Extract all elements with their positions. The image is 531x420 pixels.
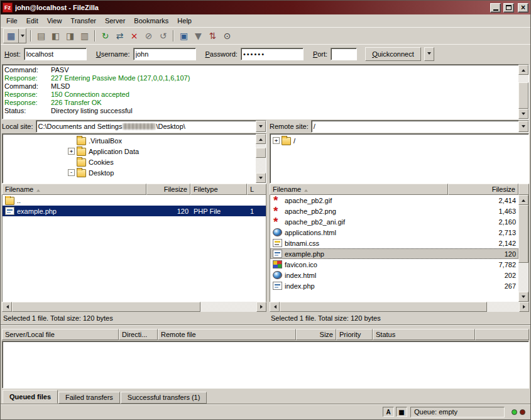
scroll-thumb[interactable] (12, 302, 200, 312)
column-header-filesize[interactable]: Filesize (146, 184, 190, 195)
scroll-right-button[interactable] (256, 302, 266, 312)
remote-list-scrollbar[interactable] (518, 195, 528, 302)
remote-file-row[interactable]: apache_pb2_ani.gif2,160 (270, 216, 518, 227)
scroll-down-button[interactable] (518, 292, 528, 302)
tree-item-virtualbox[interactable]: .VirtualBox (3, 135, 256, 146)
remote-file-row[interactable]: apache_pb2.gif2,414 (270, 195, 518, 206)
local-path-dropdown-button[interactable] (256, 121, 266, 132)
column-header-directi[interactable]: Directi... (119, 329, 158, 340)
scroll-track[interactable] (518, 205, 528, 292)
filter-icon[interactable]: ▼ (191, 29, 205, 43)
directory-comparison-icon[interactable]: ▣ (177, 29, 191, 43)
column-header-server-local-file[interactable]: Server/Local file (2, 329, 119, 340)
menu-item-server[interactable]: Server (101, 15, 129, 26)
collapse-minus-icon[interactable]: - (68, 169, 75, 176)
expand-plus-icon[interactable]: + (68, 148, 75, 155)
menu-item-file[interactable]: File (2, 15, 22, 26)
maximize-restore-button[interactable] (503, 3, 514, 13)
remote-file-row[interactable]: apache_pb2.png1,463 (270, 206, 518, 216)
menu-item-bookmarks[interactable]: Bookmarks (129, 15, 173, 26)
local-horizontal-scrollbar[interactable] (2, 302, 266, 312)
port-input[interactable] (331, 48, 357, 60)
scroll-track[interactable] (280, 302, 519, 312)
quickconnect-button[interactable]: Quickconnect (365, 47, 421, 61)
tab-failed-transfers[interactable]: Failed transfers (58, 392, 120, 404)
scroll-thumb[interactable] (256, 148, 266, 158)
menu-item-help[interactable]: Help (173, 15, 196, 26)
toggle-remote-tree-icon[interactable]: ◨ (63, 29, 77, 43)
scroll-down-button[interactable] (518, 109, 528, 119)
remote-file-row[interactable]: favicon.ico7,782 (270, 259, 518, 270)
remote-site-combobox[interactable]: / (311, 120, 529, 133)
scroll-track[interactable] (12, 302, 256, 312)
column-header-size[interactable]: Size (296, 329, 336, 340)
password-input[interactable] (241, 48, 304, 60)
reconnect-icon[interactable]: ↺ (156, 29, 170, 43)
column-header-filesize[interactable]: Filesize (448, 184, 518, 195)
disconnect-icon[interactable]: ⊘ (141, 29, 156, 43)
remote-path-dropdown-button[interactable] (518, 121, 528, 132)
scroll-thumb[interactable] (518, 82, 528, 109)
host-input[interactable] (24, 48, 87, 60)
remote-file-row[interactable]: applications.html2,713 (270, 227, 518, 238)
find-files-icon[interactable]: ⊙ (220, 29, 234, 43)
tree-item-application-data[interactable]: +Application Data (3, 146, 256, 157)
tree-item-col[interactable]: +/ (270, 135, 528, 146)
remote-file-row[interactable]: example.php120 (270, 248, 518, 259)
scroll-track[interactable] (518, 75, 528, 109)
remote-path[interactable]: / (312, 121, 518, 132)
close-button[interactable]: × (518, 3, 528, 13)
filezilla-logo-icon[interactable]: Fz (3, 3, 13, 13)
local-file-row[interactable]: .. (3, 195, 266, 206)
tab-queued-files[interactable]: Queued files (3, 390, 58, 404)
scroll-down-button[interactable] (256, 173, 266, 183)
site-manager-icon[interactable]: ▦ (4, 29, 18, 43)
scroll-track[interactable] (256, 144, 266, 173)
username-input[interactable] (133, 48, 196, 60)
scroll-up-button[interactable] (256, 134, 266, 144)
scroll-up-button[interactable] (518, 195, 528, 205)
log-vertical-scrollbar[interactable] (518, 65, 528, 119)
menu-item-view[interactable]: View (43, 15, 67, 26)
column-header-col[interactable] (475, 329, 529, 340)
toggle-local-tree-icon[interactable]: ◧ (48, 29, 63, 43)
scroll-up-button[interactable] (518, 65, 528, 75)
column-header-filename[interactable]: Filename (270, 184, 448, 195)
remote-file-row[interactable]: index.html202 (270, 270, 518, 280)
scroll-left-button[interactable] (270, 302, 280, 312)
minimize-button[interactable] (490, 3, 501, 13)
remote-file-row[interactable]: bitnami.css2,142 (270, 238, 518, 248)
column-header-col[interactable] (518, 184, 529, 195)
column-header-filename[interactable]: Filename (2, 184, 146, 195)
process-queue-icon[interactable]: ⇄ (112, 29, 127, 43)
local-site-combobox[interactable]: C:\Documents and Settings\Desktop\ (36, 120, 266, 133)
scroll-right-button[interactable] (519, 302, 529, 312)
site-manager-dropdown-button[interactable] (18, 29, 26, 43)
scroll-thumb[interactable] (518, 205, 528, 263)
column-header-status[interactable]: Status (373, 329, 475, 340)
transfer-queue-list[interactable] (2, 341, 529, 389)
refresh-icon[interactable]: ↻ (98, 29, 112, 43)
tree-item-cookies[interactable]: Cookies (3, 157, 256, 167)
scroll-thumb[interactable] (280, 302, 487, 312)
local-file-row[interactable]: example.php120PHP File1 (3, 206, 266, 216)
menu-item-edit[interactable]: Edit (22, 15, 43, 26)
menu-item-transfer[interactable]: Transfer (66, 15, 101, 26)
column-header-l[interactable]: L (247, 184, 266, 195)
tab-successful-transfers-1[interactable]: Successful transfers (1) (121, 392, 207, 404)
local-path[interactable]: C:\Documents and Settings\Desktop\ (36, 121, 256, 132)
expand-plus-icon[interactable]: + (273, 137, 280, 144)
synchronized-browsing-icon[interactable]: ⇅ (205, 29, 220, 43)
column-header-filetype[interactable]: Filetype (190, 184, 247, 195)
cancel-icon[interactable]: × (127, 29, 141, 43)
toggle-message-log-icon[interactable]: ▤ (34, 29, 48, 43)
tree-item-desktop[interactable]: -Desktop (3, 167, 256, 178)
scroll-left-button[interactable] (2, 302, 12, 312)
toggle-queue-icon[interactable]: ▥ (77, 29, 92, 43)
quickconnect-dropdown-button[interactable] (424, 47, 434, 61)
local-tree-scrollbar[interactable] (256, 134, 266, 183)
remote-horizontal-scrollbar[interactable] (270, 302, 529, 312)
column-header-remote-file[interactable]: Remote file (158, 329, 296, 340)
column-header-priority[interactable]: Priority (336, 329, 373, 340)
remote-file-row[interactable]: index.php267 (270, 280, 518, 291)
